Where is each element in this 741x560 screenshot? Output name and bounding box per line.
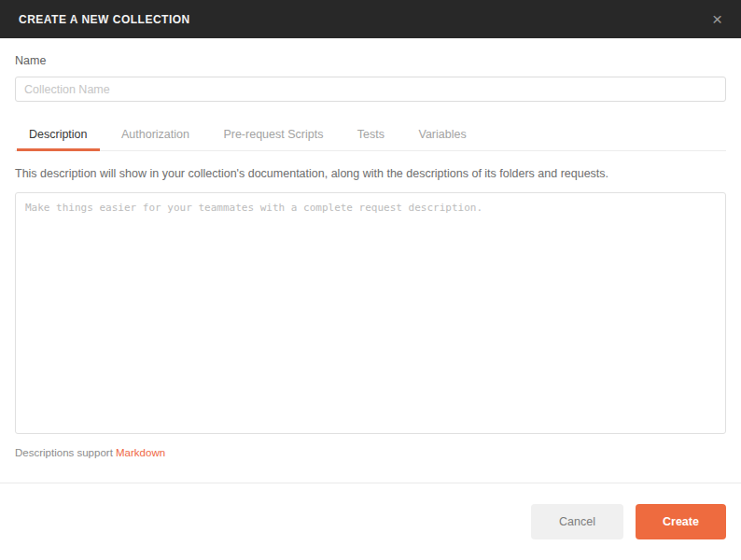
markdown-note: Descriptions support Markdown	[15, 447, 726, 458]
dialog-header: CREATE A NEW COLLECTION ×	[0, 0, 741, 38]
tab-bar: Description Authorization Pre-request Sc…	[15, 119, 726, 151]
cancel-button[interactable]: Cancel	[531, 504, 623, 539]
description-help-text: This description will show in your colle…	[15, 167, 726, 180]
close-icon[interactable]: ×	[712, 10, 722, 28]
markdown-note-prefix: Descriptions support	[15, 447, 116, 458]
collection-name-input[interactable]	[15, 77, 726, 102]
tab-authorization[interactable]: Authorization	[109, 119, 202, 151]
dialog-title: CREATE A NEW COLLECTION	[19, 13, 190, 26]
tab-description[interactable]: Description	[17, 119, 100, 151]
collection-description-textarea[interactable]	[15, 192, 726, 434]
create-button[interactable]: Create	[636, 504, 726, 539]
tab-tests[interactable]: Tests	[345, 119, 397, 151]
create-collection-dialog: CREATE A NEW COLLECTION × Name Descripti…	[0, 0, 741, 560]
tab-pre-request-scripts[interactable]: Pre-request Scripts	[211, 119, 335, 151]
markdown-link[interactable]: Markdown	[116, 447, 165, 458]
name-label: Name	[15, 54, 726, 67]
dialog-footer: Cancel Create	[0, 483, 741, 560]
dialog-body: Name Description Authorization Pre-reque…	[0, 54, 741, 458]
tab-variables[interactable]: Variables	[406, 119, 478, 151]
